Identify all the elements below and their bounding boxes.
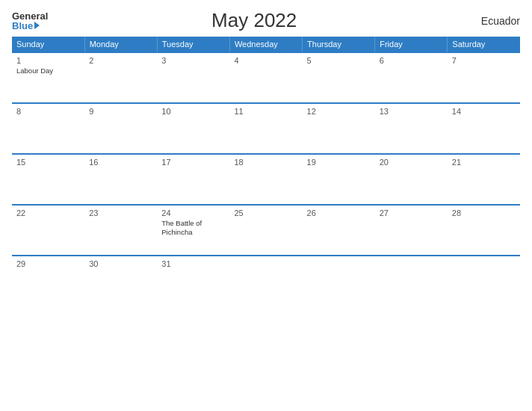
calendar-cell (375, 256, 448, 306)
logo: General Blue (12, 11, 48, 31)
calendar-cell: 2 (84, 52, 157, 103)
calendar-cell (448, 256, 520, 306)
holiday-label: The Battle of Pichincha (161, 219, 225, 238)
calendar-cell: 11 (229, 103, 302, 154)
day-number: 12 (307, 107, 371, 116)
calendar-cell: 25 (229, 205, 302, 256)
day-number: 18 (234, 158, 297, 167)
calendar-cell: 5 (303, 52, 375, 103)
day-number: 14 (452, 107, 516, 116)
calendar-page: General Blue May 2022 Ecuador SundayMond… (0, 0, 532, 411)
day-number: 7 (452, 56, 516, 65)
calendar-header-row: SundayMondayTuesdayWednesdayThursdayFrid… (12, 37, 520, 52)
calendar-cell: 12 (303, 103, 375, 154)
col-header-wednesday: Wednesday (229, 37, 302, 52)
day-number: 19 (307, 158, 371, 167)
day-number: 20 (380, 158, 443, 167)
calendar-week-row: 293031 (12, 256, 520, 306)
col-header-thursday: Thursday (303, 37, 375, 52)
header: General Blue May 2022 Ecuador (12, 9, 520, 32)
calendar-cell: 19 (303, 154, 375, 205)
day-number: 30 (89, 259, 152, 268)
calendar-cell: 21 (448, 154, 520, 205)
day-number: 26 (307, 208, 371, 217)
calendar-cell: 16 (84, 154, 157, 205)
day-number: 10 (161, 107, 225, 116)
calendar-cell: 14 (448, 103, 520, 154)
calendar-cell (229, 256, 302, 306)
day-number: 11 (234, 107, 297, 116)
calendar-week-row: 222324The Battle of Pichincha25262728 (12, 205, 520, 256)
day-number: 24 (161, 208, 225, 217)
day-number: 29 (16, 259, 80, 268)
col-header-friday: Friday (375, 37, 448, 52)
calendar-cell: 20 (375, 154, 448, 205)
calendar-cell: 7 (448, 52, 520, 103)
calendar-week-row: 15161718192021 (12, 154, 520, 205)
calendar-cell: 4 (229, 52, 302, 103)
calendar-cell: 10 (157, 103, 229, 154)
calendar-cell: 1Labour Day (12, 52, 84, 103)
calendar-week-row: 891011121314 (12, 103, 520, 154)
day-number: 2 (89, 56, 152, 65)
logo-triangle-icon (34, 22, 40, 29)
day-number: 13 (380, 107, 443, 116)
day-number: 28 (452, 208, 516, 217)
calendar-cell: 8 (12, 103, 84, 154)
calendar-cell: 26 (303, 205, 375, 256)
logo-blue-text: Blue (12, 21, 40, 31)
calendar-cell: 24The Battle of Pichincha (157, 205, 229, 256)
calendar-cell: 17 (157, 154, 229, 205)
day-number: 22 (16, 208, 80, 217)
day-number: 3 (161, 56, 225, 65)
day-number: 1 (16, 56, 80, 65)
day-number: 15 (16, 158, 80, 167)
col-header-sunday: Sunday (12, 37, 84, 52)
day-number: 8 (16, 107, 80, 116)
calendar-week-row: 1Labour Day234567 (12, 52, 520, 103)
day-number: 16 (89, 158, 152, 167)
calendar-cell: 27 (375, 205, 448, 256)
calendar-cell: 23 (84, 205, 157, 256)
calendar-cell: 13 (375, 103, 448, 154)
holiday-label: Labour Day (16, 67, 80, 75)
calendar-cell: 31 (157, 256, 229, 306)
day-number: 9 (89, 107, 152, 116)
calendar-cell: 28 (448, 205, 520, 256)
calendar-cell: 22 (12, 205, 84, 256)
day-number: 4 (234, 56, 297, 65)
calendar-cell: 30 (84, 256, 157, 306)
calendar-cell: 15 (12, 154, 84, 205)
calendar-cell: 29 (12, 256, 84, 306)
col-header-saturday: Saturday (448, 37, 520, 52)
col-header-monday: Monday (84, 37, 157, 52)
day-number: 17 (161, 158, 225, 167)
day-number: 21 (452, 158, 516, 167)
calendar-cell: 18 (229, 154, 302, 205)
day-number: 25 (234, 208, 297, 217)
logo-general-text: General (12, 11, 48, 21)
calendar-cell: 3 (157, 52, 229, 103)
day-number: 23 (89, 208, 152, 217)
calendar-title: May 2022 (48, 9, 460, 32)
calendar-table: SundayMondayTuesdayWednesdayThursdayFrid… (12, 37, 520, 306)
calendar-cell (303, 256, 375, 306)
col-header-tuesday: Tuesday (157, 37, 229, 52)
day-number: 6 (380, 56, 443, 65)
day-number: 31 (161, 259, 225, 268)
country-label: Ecuador (460, 15, 520, 27)
day-number: 27 (380, 208, 443, 217)
day-number: 5 (307, 56, 371, 65)
calendar-cell: 9 (84, 103, 157, 154)
calendar-cell: 6 (375, 52, 448, 103)
